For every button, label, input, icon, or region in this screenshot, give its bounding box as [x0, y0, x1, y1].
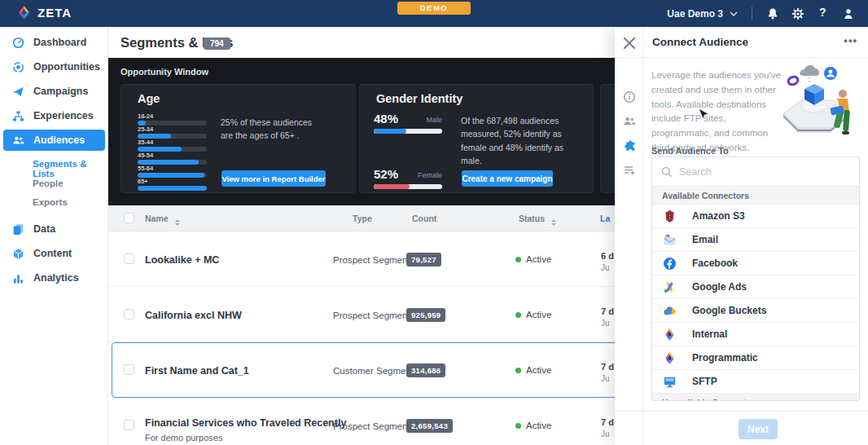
status-label: Active [526, 310, 551, 319]
age-bar-25-34: 25-34 [138, 126, 207, 139]
row-checkbox[interactable] [124, 309, 134, 319]
row-checkbox[interactable] [124, 420, 134, 430]
audience-users-icon[interactable] [623, 115, 636, 128]
male-percent: 48% [374, 112, 398, 126]
status-label: Active [526, 254, 551, 264]
count-badge: 925,959 [406, 308, 445, 322]
account-switcher[interactable]: Uae Demo 3 [667, 0, 738, 27]
zeta-programmatic-icon [663, 351, 677, 365]
sidebar-item-opportunities[interactable]: Opportunities [0, 56, 108, 77]
age-bar-65plus: 65+ [138, 178, 207, 191]
connectors-puzzle-icon[interactable] [623, 139, 636, 152]
info-icon[interactable] [623, 90, 636, 104]
age-card-note: 25% of these audiences are the ages of 6… [221, 116, 327, 143]
amazon-s3-icon [663, 209, 677, 223]
count-badge: 79,527 [406, 253, 441, 267]
panel-header-divider [615, 57, 868, 58]
status-dot [515, 257, 521, 262]
column-header-last[interactable]: La [600, 214, 610, 223]
app-root: ZETA DEMO Uae Demo 3 ? [0, 0, 868, 445]
next-button[interactable]: Next [739, 419, 778, 439]
sidebar-item-content[interactable]: Content [0, 243, 108, 264]
gender-card-note: Of the 687,498 audiences measured, 52% i… [461, 114, 567, 167]
connector-google-buckets[interactable]: Google Buckets [652, 299, 859, 323]
row-subtitle: For demo purposes [145, 433, 222, 443]
sidebar-subitem-exports[interactable]: Exports [33, 197, 68, 207]
brand-name: ZETA [37, 6, 72, 20]
facebook-icon [663, 257, 677, 271]
connect-audience-illustration [772, 63, 863, 144]
connector-email[interactable]: Email [652, 228, 859, 252]
account-name: Uae Demo 3 [667, 8, 723, 20]
select-all-checkbox[interactable] [124, 213, 134, 223]
sidebar-item-audiences[interactable]: Audiences [3, 130, 105, 151]
connector-search[interactable] [652, 157, 859, 187]
segments-count-badge: 794 [204, 37, 230, 50]
campaigns-paper-plane-icon [12, 86, 24, 98]
sidebar-item-dashboard[interactable]: Dashboard [0, 32, 108, 53]
opportunity-window-title: Opportunity Window [121, 67, 208, 77]
sidebar-item-campaigns[interactable]: Campaigns [0, 81, 108, 102]
zeta-logo[interactable]: ZETA [16, 5, 72, 20]
count-badge: 314,686 [406, 363, 445, 377]
sidebar-item-data[interactable]: Data [0, 218, 108, 240]
top-bar: ZETA DEMO Uae Demo 3 ? [0, 0, 868, 27]
sidebar-item-experiences[interactable]: Experiences [0, 105, 108, 126]
male-label: Male [419, 116, 442, 124]
google-ads-icon [663, 280, 677, 294]
search-input[interactable] [679, 166, 842, 178]
column-header-status[interactable]: Status [519, 214, 556, 226]
close-icon[interactable] [623, 37, 636, 50]
connector-internal[interactable]: Internal [652, 323, 859, 346]
connector-sftp[interactable]: SFTP [652, 370, 859, 394]
send-audience-to-label: Send Audience To [651, 146, 729, 156]
google-cloud-icon [663, 304, 677, 318]
row-checkbox[interactable] [124, 364, 134, 375]
connector-google-ads[interactable]: Google Ads [652, 275, 859, 299]
count-badge: 2,659,543 [406, 419, 453, 433]
panel-title: Connect Audience [652, 36, 748, 48]
user-avatar-icon[interactable] [842, 7, 855, 20]
connector-facebook[interactable]: Facebook [652, 252, 859, 275]
age-card: Age 18-24 25-34 35-44 45-54 55-64 [121, 84, 356, 193]
age-bar-18-24: 18-24 [138, 113, 207, 126]
panel-description: Leverage the audiences you've created an… [651, 68, 782, 156]
row-checkbox[interactable] [124, 253, 134, 264]
status-label: Active [526, 365, 551, 375]
sidebar: Dashboard Opportunities Campaigns Experi… [0, 27, 108, 445]
female-percent: 52% [374, 167, 398, 181]
content-cube-icon [12, 248, 24, 260]
opportunities-icon [12, 61, 24, 73]
status-dot [515, 368, 521, 373]
gender-card-title: Gender Identity [376, 92, 462, 105]
sftp-server-icon [663, 375, 677, 389]
create-campaign-button[interactable]: Create a new campaign [462, 170, 553, 187]
unavailable-connectors-header: Unavailable Connectors [652, 394, 859, 401]
connector-amazon-s3[interactable]: Amazon S3 [652, 205, 859, 228]
sidebar-item-analytics[interactable]: Analytics [0, 267, 108, 289]
status-dot [515, 312, 521, 318]
column-header-name[interactable]: Name [145, 214, 180, 226]
data-documents-icon [12, 223, 24, 236]
mouse-cursor [698, 108, 709, 121]
sidebar-subitem-segments-lists[interactable]: Segments & Lists [33, 159, 107, 178]
female-bar [374, 184, 442, 189]
connector-listbox: Available Connectors Amazon S3 Email Fac… [651, 156, 860, 401]
list-add-icon[interactable] [623, 164, 636, 177]
demo-badge[interactable]: DEMO [397, 2, 471, 15]
settings-gear-icon[interactable] [791, 7, 804, 20]
connector-programmatic[interactable]: Programmatic [652, 346, 859, 370]
topbar-divider [752, 7, 752, 20]
notifications-bell-icon[interactable] [766, 7, 779, 20]
panel-footer-divider [615, 411, 868, 412]
status-label: Active [526, 421, 551, 430]
email-envelope-icon [663, 233, 677, 247]
age-bar-35-44: 35-44 [138, 139, 207, 152]
help-icon[interactable]: ? [819, 6, 832, 19]
age-card-title: Age [138, 92, 160, 105]
column-header-type: Type [353, 214, 372, 223]
sort-icon [551, 219, 556, 226]
view-report-builder-button[interactable]: View more in Report Builder [221, 170, 326, 187]
sidebar-subitem-people[interactable]: People [33, 178, 64, 188]
overflow-menu-icon[interactable]: ••• [844, 34, 857, 46]
